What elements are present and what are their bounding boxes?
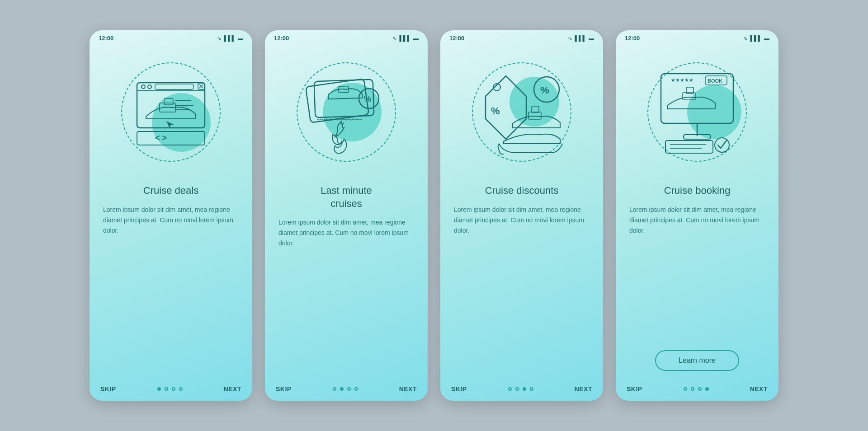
- dot-2-4: [354, 387, 358, 391]
- next-button-2[interactable]: NEXT: [399, 385, 417, 393]
- svg-rect-25: [532, 106, 539, 112]
- svg-text:%: %: [540, 84, 549, 96]
- dashed-circle-4: ★★★★★ BOOK: [647, 62, 747, 162]
- nav-dots-3: [508, 387, 533, 391]
- dot-4-3: [698, 387, 702, 391]
- screen-text-1: Lorem ipsum dolor sit dim amet, mea regi…: [103, 205, 239, 375]
- cruise-booking-illustration: ★★★★★ BOOK: [652, 69, 742, 155]
- dashed-circle-2: %: [297, 62, 396, 162]
- dot-3-1: [508, 387, 512, 391]
- content-area-4: Cruise booking Lorem ipsum dolor sit dim…: [616, 180, 778, 380]
- illustration-area-1: < >: [90, 44, 252, 180]
- next-button-3[interactable]: NEXT: [575, 385, 592, 393]
- nav-dots-1: [157, 387, 183, 391]
- phone-screen-3: 12:00 ∿ ▌▌▌ ▬ % %: [440, 30, 603, 401]
- status-bar-4: 12:00 ∿ ▌▌▌ ▬: [616, 30, 778, 44]
- illustration-area-3: % %: [440, 44, 603, 180]
- cruise-discounts-illustration: % %: [476, 69, 567, 155]
- status-icons-1: ∿ ▌▌▌ ▬: [217, 35, 243, 42]
- wifi-icon-4: ∿: [743, 35, 748, 42]
- svg-rect-13: [137, 131, 205, 145]
- status-bar-3: 12:00 ∿ ▌▌▌ ▬: [440, 30, 603, 44]
- dot-2-3: [347, 387, 351, 391]
- dot-1-4: [179, 387, 183, 391]
- screen-text-2: Lorem ipsum dolor sit dim amet, mea regi…: [278, 217, 414, 375]
- status-time-1: 12:00: [99, 35, 113, 42]
- wifi-icon-1: ∿: [217, 35, 222, 42]
- status-time-2: 12:00: [274, 35, 289, 42]
- next-button-4[interactable]: NEXT: [750, 385, 768, 393]
- nav-dots-4: [684, 387, 709, 391]
- screen-title-1: Cruise deals: [103, 184, 239, 197]
- battery-icon-3: ▬: [589, 35, 594, 42]
- dot-4-2: [691, 387, 694, 391]
- content-area-1: Cruise deals Lorem ipsum dolor sit dim a…: [90, 180, 252, 380]
- learn-more-button[interactable]: Learn more: [655, 350, 739, 371]
- skip-button-2[interactable]: SKIP: [276, 385, 292, 393]
- last-minute-illustration: %: [303, 69, 389, 155]
- svg-text:★★★★★: ★★★★★: [671, 77, 693, 83]
- status-icons-4: ∿ ▌▌▌ ▬: [743, 35, 769, 42]
- battery-icon-4: ▬: [764, 35, 769, 42]
- screen-text-3: Lorem ipsum dolor sit dim amet, mea regi…: [454, 205, 590, 375]
- dot-1-3: [172, 387, 175, 391]
- dot-3-4: [530, 387, 533, 391]
- dot-4-4: [705, 387, 709, 391]
- svg-text:< >: < >: [155, 133, 167, 142]
- next-button-1[interactable]: NEXT: [224, 385, 241, 393]
- screens-container: 12:00 ∿ ▌▌▌ ▬: [90, 30, 778, 401]
- status-bar-2: 12:00 ∿ ▌▌▌ ▬: [265, 30, 428, 44]
- status-bar-1: 12:00 ∿ ▌▌▌ ▬: [90, 30, 252, 44]
- content-area-3: Cruise discounts Lorem ipsum dolor sit d…: [440, 180, 603, 380]
- svg-point-3: [148, 85, 151, 89]
- signal-icon-2: ▌▌▌: [399, 35, 411, 42]
- phone-screen-1: 12:00 ∿ ▌▌▌ ▬: [90, 30, 252, 401]
- dot-1-2: [165, 387, 168, 391]
- dot-3-2: [515, 387, 519, 391]
- nav-dots-2: [333, 387, 358, 391]
- svg-point-37: [715, 138, 729, 152]
- phone-screen-2: 12:00 ∿ ▌▌▌ ▬ %: [265, 30, 428, 401]
- status-time-4: 12:00: [625, 35, 640, 42]
- nav-bar-3: SKIP NEXT: [440, 380, 603, 401]
- battery-icon-2: ▬: [413, 35, 419, 42]
- illustration-area-2: %: [265, 44, 428, 180]
- content-area-2: Last minute cruises Lorem ipsum dolor si…: [265, 180, 428, 380]
- skip-button-3[interactable]: SKIP: [451, 385, 467, 393]
- svg-rect-9: [164, 98, 173, 105]
- dot-3-3: [523, 387, 526, 391]
- cruise-deals-illustration: < >: [132, 74, 209, 150]
- status-icons-2: ∿ ▌▌▌ ▬: [392, 35, 419, 42]
- status-icons-3: ∿ ▌▌▌ ▬: [568, 35, 594, 42]
- dashed-circle-3: % %: [472, 62, 571, 162]
- screen-text-4: Lorem ipsum dolor sit dim amet, mea regi…: [629, 205, 765, 343]
- svg-text:%: %: [491, 105, 500, 117]
- svg-text:%: %: [364, 94, 371, 103]
- signal-icon-3: ▌▌▌: [575, 35, 586, 42]
- svg-point-2: [142, 85, 145, 89]
- skip-button-1[interactable]: SKIP: [100, 385, 116, 393]
- status-time-3: 12:00: [449, 35, 464, 42]
- dashed-circle-1: < >: [121, 62, 221, 162]
- screen-title-2: Last minute cruises: [278, 184, 414, 210]
- svg-rect-34: [665, 141, 713, 153]
- signal-icon-4: ▌▌▌: [750, 35, 762, 42]
- nav-bar-2: SKIP NEXT: [265, 380, 428, 401]
- skip-button-4[interactable]: SKIP: [627, 385, 642, 393]
- phone-screen-4: 12:00 ∿ ▌▌▌ ▬: [616, 30, 778, 401]
- svg-rect-4: [155, 84, 193, 89]
- svg-text:BOOK: BOOK: [708, 78, 722, 84]
- wifi-icon-3: ∿: [568, 35, 572, 42]
- svg-rect-24: [528, 112, 541, 119]
- dot-1-1: [157, 387, 161, 391]
- dot-2-2: [340, 387, 344, 391]
- dot-4-1: [684, 387, 687, 391]
- nav-bar-1: SKIP NEXT: [90, 380, 252, 401]
- illustration-area-4: ★★★★★ BOOK: [616, 44, 778, 180]
- screen-title-4: Cruise booking: [629, 184, 765, 197]
- battery-icon-1: ▬: [238, 35, 243, 42]
- wifi-icon-2: ∿: [392, 35, 397, 42]
- signal-icon-1: ▌▌▌: [224, 35, 236, 42]
- nav-bar-4: SKIP NEXT: [616, 380, 778, 401]
- dot-2-1: [333, 387, 336, 391]
